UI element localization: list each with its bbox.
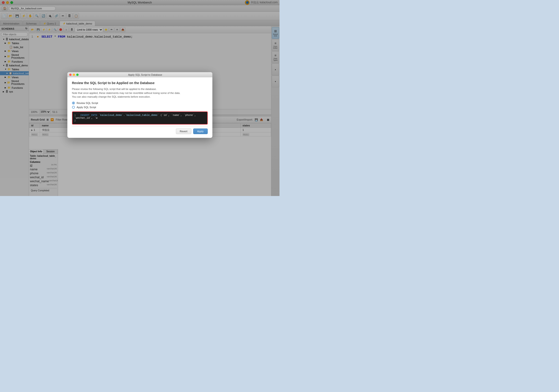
- modal-maximize-btn[interactable]: [76, 74, 79, 76]
- modal-body: Review the SQL Script to be Applied on t…: [67, 77, 212, 138]
- sql-table-name: `kalacloud_demo`.`kalacloud_table_demo`: [99, 114, 159, 116]
- review-radio[interactable]: [72, 102, 75, 104]
- modal-desc-2: Note that once applied, these statements…: [72, 92, 181, 94]
- modal-close-btn[interactable]: [69, 74, 72, 76]
- apply-radio[interactable]: [72, 106, 75, 109]
- modal-title: Apply SQL Script to Database: [80, 73, 211, 76]
- revert-button[interactable]: Revert: [176, 128, 191, 134]
- modal-description: Please review the following SQL script t…: [72, 87, 208, 99]
- modal-desc-3: You can also manually change the SQL sta…: [72, 95, 151, 98]
- modal-desc-1: Please review the following SQL script t…: [72, 88, 157, 90]
- modal-actions: Revert Apply: [72, 126, 208, 134]
- modal-traffic-lights: [69, 74, 79, 76]
- apply-button[interactable]: Apply: [193, 128, 208, 134]
- modal-dialog: Apply SQL Script to Database Review the …: [67, 72, 212, 138]
- modal-step-review: Review SQL Script: [72, 102, 208, 104]
- modal-heading: Review the SQL Script to be Applied on t…: [72, 81, 208, 85]
- modal-step-apply: Apply SQL Script: [72, 106, 208, 109]
- sql-line-2-num: 2: [74, 119, 76, 122]
- sql-line-number: 1: [74, 114, 76, 116]
- modal-titlebar: Apply SQL Script to Database: [67, 72, 212, 77]
- apply-label: Apply SQL Script: [77, 106, 96, 109]
- sql-insert-kw: INSERT INTO: [80, 114, 97, 116]
- modal-overlay: Apply SQL Script to Database Review the …: [0, 0, 280, 196]
- modal-minimize-btn[interactable]: [73, 74, 75, 76]
- review-label: Review SQL Script: [77, 102, 98, 104]
- sql-preview-box[interactable]: 1 INSERT INTO `kalacloud_demo`.`kalaclou…: [72, 111, 208, 125]
- modal-steps: Review SQL Script Apply SQL Script: [72, 102, 208, 109]
